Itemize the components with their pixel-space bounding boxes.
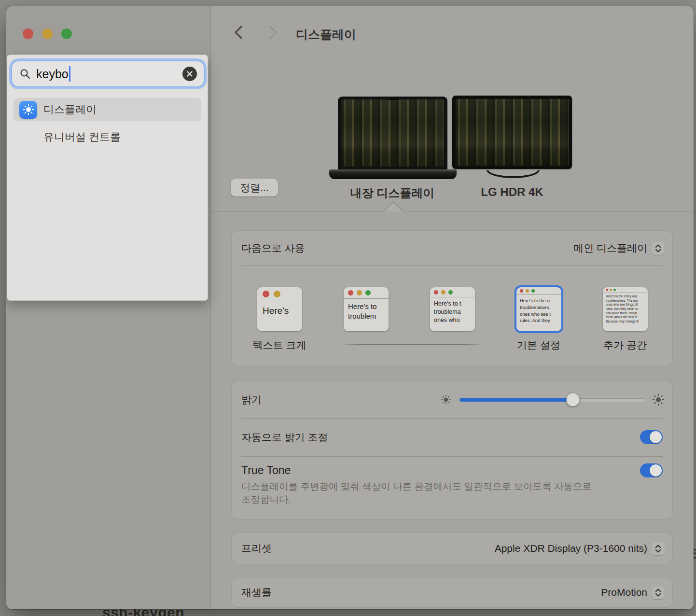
brightness-slider-fill xyxy=(459,398,573,402)
yellow-dot-icon xyxy=(441,290,445,294)
scaling-options-connector-line xyxy=(340,344,484,345)
preview-text: ones who see t xyxy=(520,311,561,318)
preview-text: ones who see things dif xyxy=(606,303,648,307)
chevron-up-down-icon xyxy=(652,242,665,255)
red-dot-icon xyxy=(434,290,438,294)
auto-brightness-toggle[interactable] xyxy=(640,430,663,444)
search-icon xyxy=(19,68,31,80)
preview-text: Because they change th xyxy=(606,320,648,324)
wallpaper-image xyxy=(456,99,569,166)
wallpaper-image xyxy=(341,99,444,167)
chevron-right-icon xyxy=(268,25,278,42)
yellow-dot-icon xyxy=(610,289,612,291)
row-divider xyxy=(241,266,663,266)
scaling-label-more-space: 추가 공간 xyxy=(603,338,647,352)
green-dot-icon xyxy=(531,289,535,293)
green-dot-icon xyxy=(365,290,371,295)
true-tone-description: 디스플레이를 주변광에 맞춰 색상이 다른 환경에서도 일관적으로 보이도록 자… xyxy=(241,480,601,506)
preview-text: ones who xyxy=(434,316,475,324)
scaling-option-2[interactable]: Here's to troublem xyxy=(344,287,389,331)
preview-text: troublem xyxy=(348,311,389,321)
text-cursor xyxy=(69,66,70,82)
external-display-thumbnail[interactable] xyxy=(452,96,572,169)
search-result-label: 유니버설 컨트롤 xyxy=(43,130,121,144)
preview-text: can quote them, disagr xyxy=(606,311,648,316)
brightness-slider-thumb[interactable] xyxy=(566,393,579,406)
page-title: 디스플레이 xyxy=(296,27,356,42)
preview-text: Here's to xyxy=(348,302,389,311)
use-as-dropdown[interactable]: 메인 디스플레이 xyxy=(573,241,665,255)
search-result-label: 디스플레이 xyxy=(43,102,97,117)
refresh-rate-dropdown[interactable]: ProMotion xyxy=(601,586,665,599)
refresh-rate-card: 재생률 ProMotion xyxy=(232,577,672,607)
red-dot-icon xyxy=(348,290,353,295)
brightness-label: 밝기 xyxy=(241,393,262,406)
search-result-universal-control[interactable]: 유니버설 컨트롤 xyxy=(14,126,201,149)
scaling-option-larger-text[interactable]: Here's xyxy=(257,287,302,331)
chevron-up-down-icon xyxy=(652,586,665,599)
section-divider xyxy=(211,211,694,211)
display-settings-card: 다음으로 사용 메인 디스플레이 Here's Here's to troubl… xyxy=(232,231,672,366)
scaling-option-more-space[interactable]: Here's to the crazy one troublemakers. T… xyxy=(603,287,648,331)
search-value: keybo xyxy=(36,67,69,81)
red-dot-icon xyxy=(263,291,269,297)
green-dot-icon xyxy=(613,289,616,291)
preview-text: Here's xyxy=(263,306,302,316)
yellow-dot-icon xyxy=(357,290,362,295)
builtin-display-thumbnail[interactable] xyxy=(338,97,447,170)
preview-text: troublema xyxy=(434,308,475,316)
scaling-label-default: 기본 설정 xyxy=(517,338,560,352)
preview-text: rules. And they have no xyxy=(606,307,648,311)
preview-titlebar xyxy=(430,287,475,297)
preset-card: 프리셋 Apple XDR Display (P3-1600 nits) xyxy=(232,533,672,564)
external-display-name: LG HDR 4K xyxy=(481,185,543,199)
search-results-popover: keybo 디스플레이 유니버설 컨트롤 xyxy=(7,55,208,301)
use-as-value: 메인 디스플레이 xyxy=(573,241,647,255)
display-brightness-icon xyxy=(19,101,37,119)
clear-search-button[interactable] xyxy=(182,67,197,81)
true-tone-label: True Tone xyxy=(241,464,291,477)
preview-titlebar xyxy=(516,287,561,295)
search-input[interactable]: keybo xyxy=(11,60,205,87)
chevron-up-down-icon xyxy=(652,542,665,555)
preview-text: rules. And they xyxy=(520,317,561,324)
arrange-button[interactable]: 정렬... xyxy=(231,179,278,196)
preset-dropdown[interactable]: Apple XDR Display (P3-1600 nits) xyxy=(495,542,665,555)
brightness-low-icon xyxy=(441,395,451,405)
preview-titlebar xyxy=(344,287,389,299)
close-button[interactable] xyxy=(23,28,33,39)
use-as-label: 다음으로 사용 xyxy=(241,241,305,255)
preview-titlebar xyxy=(603,287,648,293)
minimize-button[interactable] xyxy=(42,28,53,39)
preset-label: 프리셋 xyxy=(241,542,272,555)
true-tone-toggle[interactable] xyxy=(640,463,663,477)
preview-titlebar xyxy=(257,287,302,301)
scaling-option-3[interactable]: Here's to t troublema ones who xyxy=(430,287,475,331)
red-dot-icon xyxy=(520,289,523,293)
refresh-rate-label: 재생률 xyxy=(241,586,272,599)
chevron-left-icon xyxy=(233,25,244,42)
yellow-dot-icon xyxy=(274,291,280,297)
green-dot-icon xyxy=(448,290,453,294)
search-result-displays[interactable]: 디스플레이 xyxy=(14,98,201,121)
red-dot-icon xyxy=(606,289,608,291)
builtin-display-name: 내장 디스플레이 xyxy=(350,185,435,201)
back-button[interactable] xyxy=(230,25,247,42)
scaling-option-default[interactable]: Here's to the cr troublemakers. ones who… xyxy=(516,287,561,331)
zoom-button[interactable] xyxy=(61,28,72,39)
laptop-notch xyxy=(387,97,399,100)
preview-text: Here's to the cr xyxy=(520,297,561,304)
system-settings-window: 디스플레이 내장 디스플레이 LG HDR 4K 정렬... 다음으로 사용 메… xyxy=(6,6,694,609)
refresh-rate-value: ProMotion xyxy=(601,587,647,598)
preview-text: them. About the only th xyxy=(606,315,648,320)
brightness-slider[interactable] xyxy=(459,398,645,402)
preview-text: Here's to the crazy one xyxy=(606,294,648,299)
preset-value: Apple XDR Display (P3-1600 nits) xyxy=(495,543,647,554)
brightness-card: 밝기 자동으로 밝기 조절 True Tone xyxy=(232,381,672,519)
sidebar-divider xyxy=(210,6,211,609)
brightness-high-icon xyxy=(652,393,665,406)
forward-button[interactable] xyxy=(264,25,282,42)
yellow-dot-icon xyxy=(526,289,529,293)
preview-text: troublemakers. xyxy=(520,304,561,311)
selected-display-pointer xyxy=(383,201,404,211)
